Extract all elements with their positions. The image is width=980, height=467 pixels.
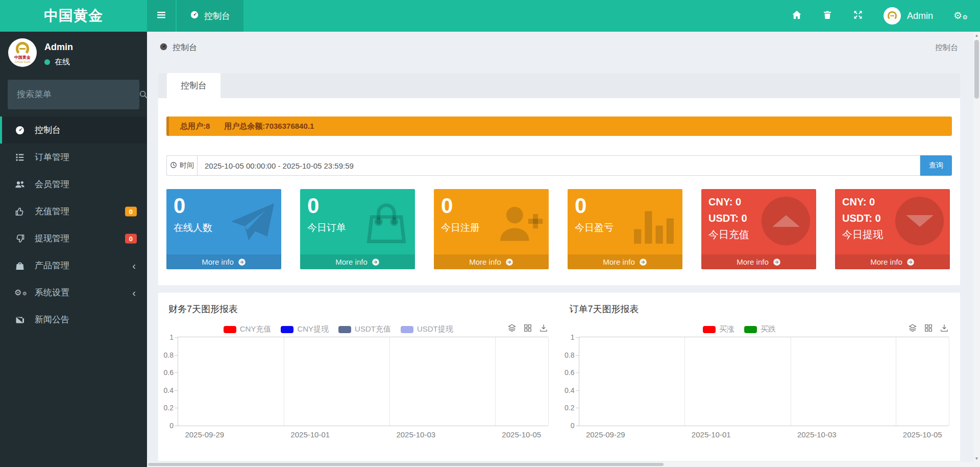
stat-card-body: CNY: 0USDT: 0今日充值	[701, 189, 816, 254]
list-icon	[13, 152, 27, 162]
sidebar-user-panel: 中国黄金China Gold Admin 在线	[0, 32, 147, 73]
clock-icon	[170, 161, 177, 170]
navbar-actions: Admin ⚙⚙	[792, 0, 980, 32]
dashboard-tab-card: 控制台 总用户:8 用户总余额:7036376840.1 时间 查询 0在线人数…	[158, 73, 960, 285]
legend-item-USDT提现[interactable]: USDT提现	[401, 324, 453, 334]
y-axis-tick-label: 0	[169, 422, 174, 430]
sidebar-item-label: 系统设置	[35, 287, 69, 298]
gears-icon: ⚙⚙	[953, 10, 966, 21]
online-status[interactable]: 在线	[44, 57, 73, 67]
more-info-link[interactable]: More info	[434, 254, 549, 269]
sidebar-item-充值管理[interactable]: 充值管理0	[0, 198, 147, 225]
time-filter-addon: 时间	[166, 155, 197, 176]
sidebar-item-新闻公告[interactable]: 新闻公告	[0, 306, 147, 333]
stack-icon[interactable]	[507, 323, 517, 333]
stack-icon[interactable]	[908, 323, 917, 333]
chart-toolbox	[507, 323, 548, 333]
query-button[interactable]: 查询	[920, 155, 952, 176]
legend-swatch	[744, 326, 757, 333]
scroll-up-button[interactable]: ▲	[973, 32, 980, 39]
vertical-scrollbar[interactable]: ▲ ▼	[973, 32, 980, 462]
more-info-label: More info	[603, 258, 635, 266]
trash-button[interactable]	[822, 10, 832, 22]
search-input[interactable]	[8, 89, 139, 100]
navbar-tab-dashboard[interactable]: 控制台	[177, 0, 243, 32]
sidebar-search	[8, 80, 139, 109]
vertical-scrollbar-thumb[interactable]	[974, 40, 979, 99]
more-info-label: More info	[469, 258, 501, 266]
y-axis-tick	[175, 390, 178, 391]
sidebar-item-产品管理[interactable]: 产品管理‹	[0, 252, 147, 279]
stat-card-body: CNY: 0USDT: 0今日提现	[835, 189, 950, 254]
fullscreen-icon	[853, 10, 863, 22]
y-axis-tick	[576, 426, 579, 426]
more-info-label: More info	[870, 258, 902, 266]
chevron-left-icon: ‹	[132, 288, 136, 298]
top-navbar: 中国黄金 控制台 Admin ⚙⚙	[0, 0, 980, 32]
more-info-label: More info	[202, 258, 234, 266]
dashboard-icon	[13, 125, 27, 135]
y-axis-tick-label: 0.2	[565, 404, 574, 412]
x-axis-tick-label: 2025-09-29	[185, 430, 224, 439]
sidebar-item-控制台[interactable]: 控制台	[0, 116, 147, 144]
tab-dashboard[interactable]: 控制台	[167, 73, 220, 98]
more-info-link[interactable]: More info	[701, 254, 816, 269]
dashboard-icon	[159, 42, 168, 53]
brand-logo[interactable]: 中国黄金	[0, 0, 147, 32]
sidebar-item-提现管理[interactable]: 提现管理0	[0, 225, 147, 252]
more-info-link[interactable]: More info	[568, 254, 682, 269]
settings-button[interactable]: ⚙⚙	[953, 10, 966, 21]
download-icon[interactable]	[940, 323, 949, 333]
hamburger-button[interactable]	[147, 0, 176, 32]
navbar-tab-label: 控制台	[204, 10, 230, 22]
stat-card-body: 0今日订单	[300, 189, 415, 254]
legend-label: USDT提现	[417, 324, 453, 334]
sidebar-item-label: 会员管理	[35, 178, 69, 190]
more-info-link[interactable]: More info	[166, 254, 281, 269]
y-axis-tick-label: 0	[571, 422, 575, 430]
download-icon[interactable]	[539, 323, 548, 333]
sidebar-item-订单管理[interactable]: 订单管理	[0, 144, 147, 171]
stat-card-online-users: 0在线人数More info	[166, 189, 281, 269]
legend-label: 买涨	[719, 324, 734, 334]
horizontal-scrollbar[interactable]	[147, 462, 973, 467]
tiled-icon[interactable]	[924, 323, 933, 333]
gridline	[949, 337, 949, 426]
y-axis-tick	[175, 408, 178, 408]
legend-item-USDT充值[interactable]: USDT充值	[338, 324, 391, 334]
legend-swatch	[703, 326, 716, 333]
breadcrumb[interactable]: 控制台	[159, 42, 197, 53]
search-icon[interactable]	[139, 90, 157, 99]
legend-item-CNY提现[interactable]: CNY提现	[281, 324, 329, 334]
y-axis-tick-label: 0.4	[565, 386, 574, 394]
thumbs-up-icon	[13, 206, 27, 217]
fullscreen-button[interactable]	[853, 10, 863, 22]
navbar-username: Admin	[907, 11, 933, 21]
tab-strip: 控制台	[158, 73, 960, 98]
tiled-icon[interactable]	[523, 323, 532, 333]
legend-item-CNY充值[interactable]: CNY充值	[224, 324, 272, 334]
time-filter: 时间 查询	[166, 155, 952, 176]
gridline	[495, 337, 496, 426]
legend-item-买跌[interactable]: 买跌	[744, 324, 776, 334]
charts-card: 财务7天图形报表CNY充值CNY提现USDT充值USDT提现00.20.40.6…	[158, 293, 960, 461]
y-axis-tick-label: 0.6	[164, 368, 174, 377]
scroll-down-button[interactable]: ▼	[973, 455, 980, 462]
user-menu[interactable]: Admin	[884, 7, 933, 25]
circle-arrow-right-icon	[639, 258, 647, 266]
shopping-bag-lg-icon	[363, 200, 410, 249]
x-axis-tick-label: 2025-10-05	[502, 430, 541, 439]
home-button[interactable]	[792, 10, 802, 22]
chevron-left-icon: ‹	[132, 261, 136, 271]
stat-card-body: 0今日盈亏	[568, 189, 682, 254]
dashboard-icon	[190, 10, 199, 22]
sidebar-item-系统设置[interactable]: ⚙⚙系统设置‹	[0, 279, 147, 306]
sidebar-item-会员管理[interactable]: 会员管理	[0, 171, 147, 198]
more-info-link[interactable]: More info	[835, 254, 950, 269]
stat-card-body: 0今日注册	[434, 189, 549, 254]
avatar	[884, 7, 901, 25]
date-range-input[interactable]	[197, 155, 920, 176]
more-info-link[interactable]: More info	[300, 254, 415, 269]
horizontal-scrollbar-thumb[interactable]	[148, 463, 664, 466]
legend-item-买涨[interactable]: 买涨	[703, 324, 734, 334]
